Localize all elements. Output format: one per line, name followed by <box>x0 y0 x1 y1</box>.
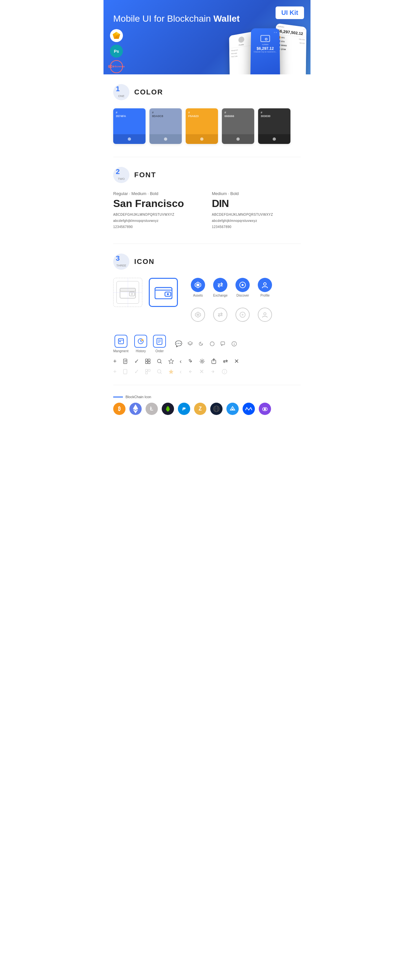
discover-icon <box>239 282 246 288</box>
assets-icon <box>194 282 202 288</box>
icon-wireframe-container <box>113 278 142 307</box>
svg-rect-45 <box>148 361 150 364</box>
svg-marker-57 <box>169 369 174 374</box>
swatch-grayblue: #8DA0C8 <box>150 108 182 144</box>
din-lower: abcdefghijklmnopqrstuvwxyz <box>212 218 301 223</box>
ltc-logo: Ł <box>145 402 158 415</box>
iota-icon <box>213 405 220 412</box>
swatch-orange: #F5A623 <box>186 108 218 144</box>
swatch-blue: #3574FA <box>113 108 145 144</box>
misc-icons-group: 💬 <box>175 340 237 347</box>
nav-icon-discover: Discover <box>236 278 250 297</box>
divider-2 <box>113 243 301 244</box>
neo-icon <box>165 406 171 412</box>
font-section: 2 TWO FONT Regular · Medium · Bold San F… <box>113 167 301 231</box>
icon-title: ICON <box>134 258 154 266</box>
qtum-icon <box>229 406 236 412</box>
matic-icon <box>261 405 269 412</box>
section-1-badge: 1 ONE <box>113 84 129 100</box>
settings-icon <box>199 358 205 364</box>
svg-rect-42 <box>145 359 147 361</box>
phone-mockup-center: + × myWallet $6,297.12 Character may be … <box>250 28 280 75</box>
nav-icons-inactive-row <box>191 308 272 322</box>
svg-point-28 <box>141 339 143 341</box>
search-icon-inactive <box>156 369 162 374</box>
iota-logo <box>210 402 223 415</box>
svg-rect-44 <box>145 361 147 364</box>
zcash-logo: Z <box>194 402 206 415</box>
icon-management: Mangment <box>113 335 128 353</box>
sf-lower: abcdefghijklmnopqrstuvwxyz <box>113 218 202 223</box>
din-numbers: 1234567890 <box>212 224 301 230</box>
plus-icon: + <box>113 358 117 365</box>
search-icon <box>156 358 162 364</box>
nav-icon-exchange: Exchange <box>213 278 228 297</box>
check-icon-inactive: ✓ <box>134 368 139 375</box>
btc-logo: ₿ <box>113 402 126 415</box>
layers-icon <box>187 341 193 347</box>
eth-icon <box>132 404 139 414</box>
sf-style: Regular · Medium · Bold <box>113 191 202 196</box>
nav-icon-profile: Profile <box>258 278 272 297</box>
document-icon-inactive <box>123 369 128 374</box>
din-upper: ABCDEFGHIJKLMNOPQRSTUVWXYZ <box>212 212 301 217</box>
svg-rect-51 <box>123 369 127 374</box>
close-icon: ✕ <box>234 358 239 365</box>
icon-history: History <box>134 335 147 353</box>
svg-point-22 <box>242 314 243 315</box>
svg-point-17 <box>242 284 244 286</box>
back-icon-inactive: ‹ <box>180 368 182 375</box>
qtum-logo <box>226 402 239 415</box>
din-name: DIN <box>212 197 301 210</box>
icon-wallet-colored <box>149 278 178 307</box>
nav-icon-assets-outline <box>191 308 205 322</box>
profile-outline-icon <box>262 312 268 318</box>
plus-icon-inactive: + <box>113 368 117 375</box>
font-din: Medium · Bold DIN ABCDEFGHIJKLMNOPQRSTUV… <box>212 191 301 231</box>
circle-icon <box>209 341 215 347</box>
back-arrow-icon <box>188 369 193 374</box>
nav-icon-assets: Assets <box>191 278 205 297</box>
moon-icon <box>198 341 204 347</box>
nav-icons-section: Assets Exchange <box>191 278 272 328</box>
transfer-icon <box>223 358 228 364</box>
sf-numbers: 1234567890 <box>113 224 202 230</box>
svg-point-10 <box>131 293 133 295</box>
waves-icon <box>245 406 252 411</box>
svg-rect-34 <box>221 342 225 345</box>
utility-icons-active: + ✓ ‹ <box>113 358 301 365</box>
svg-rect-52 <box>145 369 147 371</box>
hero-title-bold: Wallet <box>213 14 240 24</box>
matic-logo <box>259 402 271 415</box>
ui-kit-badge: UI Kit <box>275 6 304 19</box>
blockchain-line-decor <box>113 396 123 398</box>
ps-badge: Ps <box>110 45 123 57</box>
icon-order: Order <box>153 335 166 353</box>
discover-outline-icon <box>239 312 246 318</box>
font-section-header: 2 TWO FONT <box>113 167 301 183</box>
section-2-badge: 2 TWO <box>113 167 129 183</box>
font-sf: Regular · Medium · Bold San Francisco AB… <box>113 191 202 231</box>
assets-outline-icon <box>195 312 201 318</box>
swatch-gray: #666666 <box>222 108 254 144</box>
check-icon: ✓ <box>134 358 139 365</box>
divider-1 <box>113 157 301 157</box>
screens-badge: 60+ Screens <box>110 60 123 73</box>
blockchain-label-text: BlockChain Icon <box>126 395 151 399</box>
svg-marker-61 <box>133 404 138 410</box>
svg-rect-43 <box>148 359 150 361</box>
nav-icon-discover-outline <box>236 308 250 322</box>
hero-section: Mobile UI for Blockchain Wallet UI Kit P… <box>104 0 310 75</box>
back-icon: ‹ <box>180 358 182 365</box>
svg-line-56 <box>161 372 161 374</box>
font-title: FONT <box>134 171 156 179</box>
main-content: 1 ONE COLOR #3574FA #8DA0C8 <box>104 75 310 438</box>
exchange-icon <box>217 282 224 288</box>
info-icon <box>231 341 237 347</box>
svg-rect-24 <box>118 339 124 344</box>
din-style: Medium · Bold <box>212 191 301 196</box>
svg-line-47 <box>161 362 161 363</box>
phone-mockups: Profile Mangment Message Red Calls + × m… <box>228 24 307 75</box>
color-section-header: 1 ONE COLOR <box>113 84 301 100</box>
svg-point-59 <box>224 370 225 371</box>
